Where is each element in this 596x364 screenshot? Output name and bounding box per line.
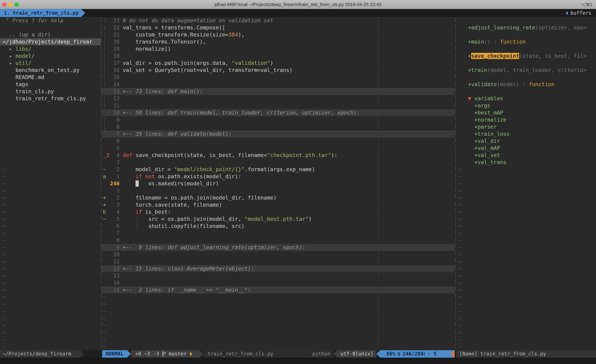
code-line[interactable]: ¦8	[101, 123, 455, 131]
tree-item[interactable]: ~	[3, 180, 101, 187]
tree-item[interactable]: ~	[3, 279, 101, 286]
tree-item[interactable]: </jdhao/Projects/deep_firear	[0, 38, 101, 45]
tree-item[interactable]: ~	[3, 322, 101, 329]
code-line[interactable]: ¦18	[101, 52, 455, 59]
tag-item[interactable]: +parser	[458, 123, 596, 131]
nerdtree-panel[interactable]: " Press ? for help .. (up a dir)</jdhao/…	[0, 17, 101, 350]
tree-item[interactable]: ~	[3, 272, 101, 279]
code-line[interactable]: 6	[101, 138, 455, 145]
tag-item[interactable]: +val_set	[458, 152, 596, 159]
code-line[interactable]: ¦12	[101, 95, 455, 102]
tree-item[interactable]: ~	[3, 343, 101, 350]
code-line[interactable]: ¦21 custom_transform.Resize(size=384),	[101, 31, 455, 38]
tag-item[interactable]: +main() : function	[458, 38, 596, 45]
folded-code-line[interactable]: 10+-- 50 lines: def train(model, train_l…	[101, 109, 455, 116]
code-line[interactable]: 10	[101, 251, 455, 258]
tree-item[interactable]: ~	[3, 258, 101, 265]
window-separator[interactable]	[455, 17, 456, 350]
code-line[interactable]: +3 torch.save(state, filename)	[101, 201, 455, 208]
code-line[interactable]: b4 if is_best:	[101, 208, 455, 216]
tree-item[interactable]: ~	[3, 329, 101, 336]
tree-item[interactable]: " Press ? for help	[3, 17, 101, 24]
tree-item[interactable]: ▸ libs/	[3, 45, 101, 52]
code-line[interactable]: ¦16val_set = QuerySet(root=val_dir, tran…	[101, 67, 455, 74]
code-line[interactable]: 13	[101, 272, 455, 279]
tree-item[interactable]: benchmark_on_test.py	[3, 67, 101, 74]
code-line[interactable]: ¦23# do not do data augmentation on vali…	[101, 17, 455, 24]
code-line[interactable]: ¦20 transforms.ToTensor(),	[101, 38, 455, 45]
folded-code-line[interactable]: 7+-- 35 lines: def validate(model):	[101, 131, 455, 138]
tag-item[interactable]: +val_trans	[458, 159, 596, 166]
code-line[interactable]: a1 if not os.path.exists(model_dir):	[101, 173, 455, 180]
tree-item[interactable]: ~	[3, 265, 101, 272]
tree-item[interactable]: ~	[3, 237, 101, 244]
tree-item[interactable]: ~	[3, 286, 101, 293]
code-line[interactable]: 8	[101, 237, 455, 244]
folded-code-line[interactable]: 12+-- 15 lines: class AverageMeter(objec…	[101, 265, 455, 272]
folded-code-line[interactable]: 13+-- 73 lines: def main():	[101, 88, 455, 95]
tree-item[interactable]: ~	[3, 166, 101, 173]
code-line[interactable]: ~5 ¦ src = os.path.join(model_dir, "mode…	[101, 216, 455, 223]
folded-code-line[interactable]: 15+-- 2 lines: if __name__ == "__main__"…	[101, 286, 455, 293]
code-line[interactable]: 5	[101, 145, 455, 152]
tag-item[interactable]: +val_dir	[458, 138, 596, 145]
command-line[interactable]	[0, 358, 596, 364]
tree-item[interactable]: ▸ model/	[3, 52, 101, 59]
tree-item[interactable]: ~	[3, 194, 101, 201]
folded-code-line[interactable]: 9+-- 9 lines: def adjust_learning_rate(o…	[101, 244, 455, 251]
code-line[interactable]: _34def save_checkpoint(state, is_best, f…	[101, 152, 455, 159]
tree-item[interactable]: ~	[3, 208, 101, 216]
window-separator[interactable]	[101, 17, 101, 350]
tag-item[interactable]: +train_loss	[458, 131, 596, 138]
tag-item[interactable]: +save_checkpoint(state, is_best, fil>	[458, 52, 596, 59]
tag-item[interactable]: +val_mAP	[458, 145, 596, 152]
code-line[interactable]: ¦19 normalize])	[101, 45, 455, 52]
tag-item[interactable]: ▼ variables	[458, 95, 596, 102]
code-line[interactable]: ¦11	[101, 102, 455, 109]
code-line[interactable]: 7	[101, 230, 455, 237]
tree-item[interactable]: train_cls.py	[3, 88, 101, 95]
tree-item[interactable]: tags	[3, 81, 101, 88]
minimize-button[interactable]	[8, 2, 13, 7]
tag-item[interactable]: +validate(model) : function	[458, 81, 596, 88]
tree-item[interactable]: ~	[3, 216, 101, 223]
tree-item[interactable]: ~	[3, 187, 101, 194]
code-line[interactable]: ¦15	[101, 74, 455, 81]
tree-item[interactable]: ~	[3, 230, 101, 237]
code-line[interactable]: 6 ¦ shutil.copyfile(filename, src)	[101, 223, 455, 230]
tree-item[interactable]: ~	[3, 308, 101, 315]
tree-item[interactable]: .. (up a dir)	[3, 31, 101, 38]
code-line[interactable]: ~2 model_dir = "model/check_point/{}".fo…	[101, 166, 455, 173]
tree-item[interactable]: ~	[3, 293, 101, 301]
code-line[interactable]: 1	[101, 187, 455, 194]
tag-item[interactable]: +best_mAP	[458, 109, 596, 116]
code-line[interactable]: 3	[101, 159, 455, 166]
code-line[interactable]: 246 os.makedirs(model_dir)	[101, 180, 455, 187]
tree-item[interactable]: ~	[3, 251, 101, 258]
tree-item[interactable]: ~	[3, 315, 101, 322]
tag-item[interactable]: +adjust_learning_rate(optimizer, epo>	[458, 24, 596, 31]
tree-item[interactable]: ~	[3, 173, 101, 180]
code-line[interactable]: 14	[101, 279, 455, 286]
tree-item[interactable]: ~	[3, 301, 101, 308]
code-line[interactable]: +2 filename = os.path.join(model_dir, fi…	[101, 194, 455, 201]
code-line[interactable]: 11	[101, 258, 455, 265]
code-line[interactable]: ¦22val_trans = transforms.Compose([	[101, 24, 455, 31]
tag-item[interactable]: +train(model, train_loader, criterio>	[458, 67, 596, 74]
tag-item[interactable]: +normalize	[458, 116, 596, 123]
tag-item[interactable]: +args	[458, 102, 596, 109]
tree-item[interactable]: README.md	[3, 74, 101, 81]
close-button[interactable]	[2, 2, 6, 7]
tree-item[interactable]: ~	[3, 336, 101, 343]
tree-item[interactable]: ▸ util/	[3, 59, 101, 67]
code-line[interactable]: ¦14	[101, 81, 455, 88]
tagbar-panel[interactable]: +adjust_learning_rate(optimizer, epo> +m…	[456, 17, 596, 350]
tree-item[interactable]: ~	[3, 201, 101, 208]
tree-item[interactable]: ~	[3, 223, 101, 230]
code-line[interactable]: ¦17val_dir = os.path.join(args.data, "va…	[101, 59, 455, 67]
zoom-button[interactable]	[15, 2, 19, 7]
active-buffer-tab[interactable]: 1. train_retr_from_cls.py	[0, 9, 81, 17]
tree-item[interactable]: ~	[3, 244, 101, 251]
tree-item[interactable]: train_retr_from_cls.py	[3, 95, 101, 102]
code-window[interactable]: ¦23# do not do data augmentation on vali…	[101, 17, 455, 350]
